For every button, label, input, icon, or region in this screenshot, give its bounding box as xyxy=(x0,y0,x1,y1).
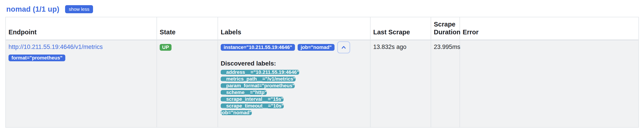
discovered-label-badge: __scheme__="http" xyxy=(221,90,267,95)
target-row: http://10.211.55.19:4646/v1/metrics form… xyxy=(6,40,639,127)
collapse-discovered-labels-button[interactable] xyxy=(337,41,350,53)
column-header-labels: Labels xyxy=(218,17,370,40)
endpoint-link[interactable]: http://10.211.55.19:4646/v1/metrics xyxy=(8,44,103,50)
target-label-badge-job: job="nomad" xyxy=(298,44,334,51)
targets-table: Endpoint State Labels Last Scrape Scrape… xyxy=(5,17,639,128)
column-header-state: State xyxy=(157,17,218,40)
scrape-pool-header: nomad (1/1 up) show less xyxy=(6,5,93,14)
discovered-label-badge: __address__="10.211.55.19:4646" xyxy=(221,70,299,75)
target-labels-row: instance="10.211.55.19:4646" job="nomad" xyxy=(221,41,368,53)
discovered-label-badge: __scrape_timeout__="10s" xyxy=(221,103,284,108)
scrape-pool-title-link[interactable]: nomad (1/1 up) xyxy=(6,5,59,14)
discovered-label-badge: __param_format="prometheus" xyxy=(221,83,295,88)
chevron-up-icon xyxy=(340,44,347,51)
column-header-last-scrape: Last Scrape xyxy=(370,17,431,40)
discovered-label-badge: __scrape_interval__="15s" xyxy=(221,97,284,102)
state-badge: UP xyxy=(160,44,172,51)
discovered-labels-list: __address__="10.211.55.19:4646" __metric… xyxy=(221,70,368,115)
endpoint-cell: http://10.211.55.19:4646/v1/metrics form… xyxy=(6,40,157,127)
targets-page: nomad (1/1 up) show less Endpoint State … xyxy=(0,0,644,136)
column-header-endpoint: Endpoint xyxy=(6,17,157,40)
discovered-label-badge: job="nomad" xyxy=(221,110,252,115)
endpoint-param-badge: format="prometheus" xyxy=(8,54,65,61)
error-cell xyxy=(460,40,639,127)
state-cell: UP xyxy=(157,40,218,127)
target-label-badge-instance: instance="10.211.55.19:4646" xyxy=(221,44,295,51)
column-header-error: Error xyxy=(460,17,639,40)
last-scrape-cell: 13.832s ago xyxy=(370,40,431,127)
labels-cell: instance="10.211.55.19:4646" job="nomad"… xyxy=(218,40,370,127)
show-less-button[interactable]: show less xyxy=(65,5,93,13)
scrape-duration-cell: 23.995ms xyxy=(431,40,460,127)
discovered-label-badge: __metrics_path__="/v1/metrics" xyxy=(221,77,296,82)
targets-table-header-row: Endpoint State Labels Last Scrape Scrape… xyxy=(6,17,639,40)
discovered-labels-heading: Discovered labels: xyxy=(221,60,368,67)
column-header-scrape-duration: Scrape Duration xyxy=(431,17,460,40)
